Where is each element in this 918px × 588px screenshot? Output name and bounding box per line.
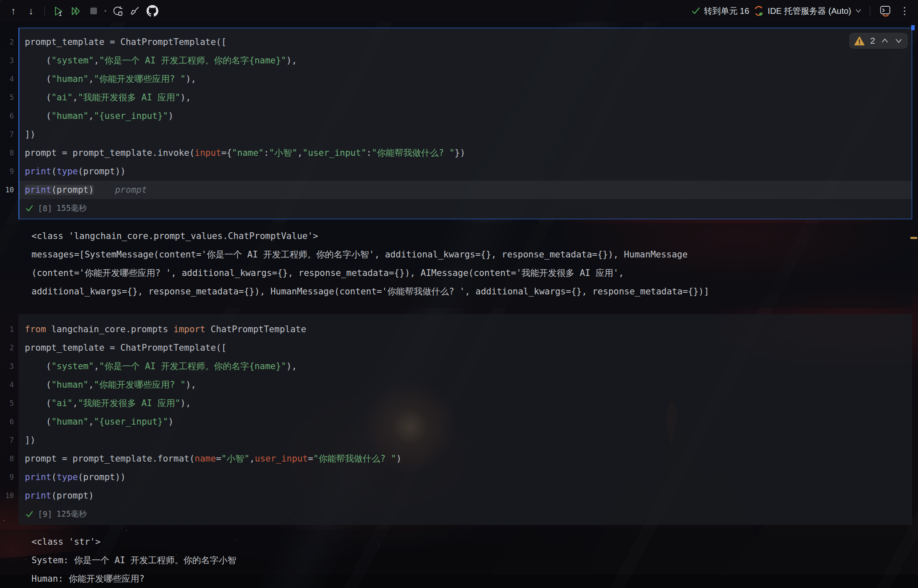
toolbar-divider (45, 6, 45, 16)
code-line[interactable]: 8prompt = prompt_template.format(name="小… (0, 449, 912, 468)
jupyter-console-button[interactable] (878, 3, 893, 18)
output-line: <class 'langchain_core.prompt_values.Cha… (31, 227, 912, 245)
code-text[interactable]: ("ai","我能开发很多 AI 应用"), (14, 394, 191, 412)
execution-status: [9] 125毫秒 (0, 505, 912, 523)
line-number: 9 (0, 468, 14, 486)
execution-count: [8] (38, 204, 52, 213)
code-text[interactable]: ]) (14, 125, 35, 144)
code-cell-2: 1from langchain_core.prompts import Chat… (0, 314, 912, 525)
line-number: 6 (0, 412, 14, 431)
code-text[interactable]: ("human","{user_input}") (14, 412, 173, 431)
line-number: 3 (0, 51, 14, 70)
line-number: 5 (0, 394, 14, 412)
line-number: 4 (0, 375, 14, 394)
more-options-button[interactable]: ⋮ (897, 3, 912, 18)
code-line[interactable]: 4 ("human","你能开发哪些应用? "), (0, 375, 912, 394)
code-text[interactable]: ("system","你是一个 AI 开发工程师。你的名字{name}"), (14, 357, 297, 375)
code-line[interactable]: 5 ("ai","我能开发很多 AI 应用"), (0, 88, 912, 107)
warning-count: 2 (870, 36, 875, 46)
code-text[interactable]: ("human","你能开发哪些应用? "), (14, 70, 196, 88)
code-line[interactable]: 5 ("ai","我能开发很多 AI 应用"), (0, 394, 912, 412)
chevron-up-icon[interactable] (881, 37, 889, 45)
code-line[interactable]: 2prompt_template = ChatPromptTemplate([ (0, 33, 912, 51)
code-line[interactable]: 2prompt_template = ChatPromptTemplate([ (0, 339, 912, 357)
toolbar-right-group: 转到单元 16 IDE 托管服务器 (Auto) ⋮ (691, 3, 912, 18)
server-label: IDE 托管服务器 (Auto) (768, 5, 851, 17)
restart-icon (112, 5, 123, 17)
code-line[interactable]: 3 ("system","你是一个 AI 开发工程师。你的名字{name}"), (0, 357, 912, 375)
server-selector[interactable]: IDE 托管服务器 (Auto) (753, 5, 862, 17)
output-line: additional_kwargs={}, response_metadata=… (31, 282, 912, 301)
line-number: 1 (0, 320, 14, 339)
line-number: 2 (0, 339, 14, 357)
code-line[interactable]: 6 ("human","{user_input}") (0, 107, 912, 125)
code-line[interactable]: 3 ("system","你是一个 AI 开发工程师。你的名字{name}"), (0, 51, 912, 70)
code-line[interactable]: 8prompt = prompt_template.invoke(input={… (0, 144, 912, 162)
code-text[interactable]: print(type(prompt)) (14, 162, 126, 181)
code-text[interactable]: print(prompt) (14, 486, 94, 505)
notebook-area: 2 2prompt_template = ChatPromptTemplate(… (0, 22, 912, 588)
code-line[interactable]: 7]) (0, 125, 912, 144)
run-all-cells-button[interactable] (68, 3, 84, 18)
warning-icon (854, 36, 865, 46)
inspection-widget[interactable]: 2 (849, 33, 908, 49)
move-cell-up-button[interactable]: ↑ (6, 3, 21, 18)
code-text[interactable]: prompt_template = ChatPromptTemplate([ (14, 339, 226, 357)
line-number: 4 (0, 70, 14, 88)
code-text[interactable]: prompt = prompt_template.invoke(input={"… (14, 144, 465, 162)
stop-kernel-button[interactable] (86, 3, 101, 18)
jupyter-server-icon (753, 5, 764, 16)
code-line[interactable]: 9print(type(prompt)) (0, 468, 912, 486)
execution-time: 155毫秒 (56, 203, 87, 214)
console-icon (879, 5, 892, 17)
clear-outputs-button[interactable] (127, 3, 142, 18)
code-line[interactable]: 1from langchain_core.prompts import Chat… (0, 320, 912, 339)
notebook-toolbar: ↑ ↓ (0, 0, 918, 22)
line-number: 2 (0, 33, 14, 51)
code-line[interactable]: 6 ("human","{user_input}") (0, 412, 912, 431)
code-text[interactable]: prompt_template = ChatPromptTemplate([ (14, 33, 226, 51)
line-number: 6 (0, 107, 14, 125)
move-cell-down-button[interactable]: ↓ (24, 3, 39, 18)
stop-icon (88, 5, 99, 16)
execution-time: 125毫秒 (56, 509, 87, 520)
toolbar-left-group: ↑ ↓ (6, 3, 160, 18)
goto-cell-status[interactable]: 转到单元 16 (691, 5, 749, 17)
chevron-down-icon[interactable] (894, 37, 903, 45)
github-icon (147, 5, 158, 17)
goto-cell-label: 转到单元 16 (704, 5, 749, 17)
code-text[interactable]: print(type(prompt)) (14, 468, 126, 486)
code-line[interactable]: 10print(prompt) (0, 486, 912, 505)
arrow-up-icon: ↑ (11, 6, 16, 16)
kebab-menu-icon: ⋮ (900, 6, 910, 16)
code-text[interactable]: ("ai","我能开发很多 AI 应用"), (14, 88, 191, 107)
run-all-icon (71, 5, 82, 17)
output-line: System: 你是一个 AI 开发工程师。你的名字小智 (31, 551, 912, 570)
code-text[interactable]: ("human","你能开发哪些应用? "), (14, 375, 196, 394)
code-line[interactable]: 9print(type(prompt)) (0, 162, 912, 181)
code-line[interactable]: 7]) (0, 431, 912, 449)
cell-2-output: <class 'str'>System: 你是一个 AI 开发工程师。你的名字小… (0, 529, 912, 588)
run-cell-button[interactable] (51, 3, 66, 18)
code-editor[interactable]: 2prompt_template = ChatPromptTemplate([3… (0, 33, 912, 199)
success-check-icon (25, 204, 34, 213)
broom-icon (129, 5, 141, 17)
code-line[interactable]: 4 ("human","你能开发哪些应用? "), (0, 70, 912, 88)
scrollbar-mark-warning[interactable] (910, 237, 917, 239)
code-text[interactable]: prompt = prompt_template.format(name="小智… (14, 449, 401, 468)
line-number: 10 (0, 181, 14, 199)
success-check-icon (25, 510, 34, 518)
scrollbar-mark-blue[interactable] (911, 25, 915, 30)
code-text[interactable]: ]) (14, 431, 35, 449)
code-text[interactable]: ("human","{user_input}") (14, 107, 173, 125)
github-button[interactable] (145, 3, 160, 18)
code-text[interactable]: print(prompt) prompt (14, 181, 147, 199)
code-editor[interactable]: 1from langchain_core.prompts import Chat… (0, 320, 912, 505)
code-text[interactable]: ("system","你是一个 AI 开发工程师。你的名字{name}"), (14, 51, 297, 70)
check-icon (691, 6, 700, 16)
code-text[interactable]: from langchain_core.prompts import ChatP… (14, 320, 306, 339)
restart-kernel-button[interactable] (110, 3, 125, 18)
code-line[interactable]: 10print(prompt) prompt (0, 181, 912, 199)
line-number: 7 (0, 431, 14, 449)
chevron-down-icon (855, 7, 862, 15)
